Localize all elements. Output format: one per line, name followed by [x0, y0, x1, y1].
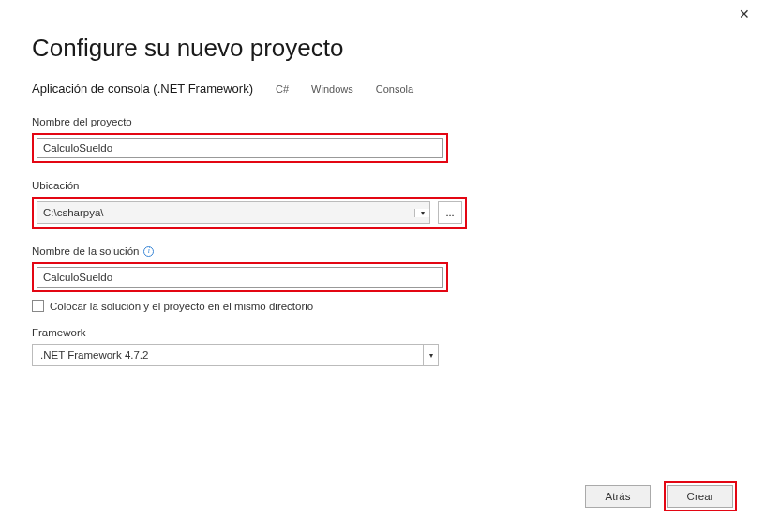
- back-button[interactable]: Atrás: [585, 485, 651, 508]
- location-label: Ubicación: [32, 180, 733, 191]
- chevron-down-icon[interactable]: ▾: [423, 345, 438, 365]
- same-directory-label: Colocar la solución y el proyecto en el …: [50, 301, 313, 312]
- create-button[interactable]: Crear: [668, 485, 733, 508]
- tag-type: Consola: [376, 83, 413, 95]
- template-summary: Aplicación de consola (.NET Framework) C…: [32, 81, 733, 96]
- framework-label: Framework: [32, 327, 733, 338]
- chevron-down-icon[interactable]: ▾: [414, 209, 429, 217]
- project-name-label: Nombre del proyecto: [32, 116, 733, 127]
- location-combo[interactable]: ▾: [37, 201, 430, 224]
- solution-name-label: Nombre de la solución: [32, 245, 139, 257]
- framework-combo[interactable]: .NET Framework 4.7.2 ▾: [32, 344, 439, 366]
- tag-platform: Windows: [311, 83, 353, 95]
- solution-name-input[interactable]: [37, 267, 443, 288]
- tag-language: C#: [276, 83, 289, 95]
- template-name: Aplicación de consola (.NET Framework): [32, 81, 253, 96]
- close-icon[interactable]: ✕: [739, 7, 750, 21]
- project-name-input[interactable]: [37, 138, 443, 158]
- same-directory-checkbox[interactable]: [32, 300, 44, 312]
- framework-value: .NET Framework 4.7.2: [33, 349, 423, 361]
- location-input[interactable]: [38, 202, 414, 223]
- page-title: Configure su nuevo proyecto: [32, 34, 733, 63]
- info-icon[interactable]: i: [143, 246, 154, 257]
- browse-button[interactable]: ...: [438, 201, 462, 224]
